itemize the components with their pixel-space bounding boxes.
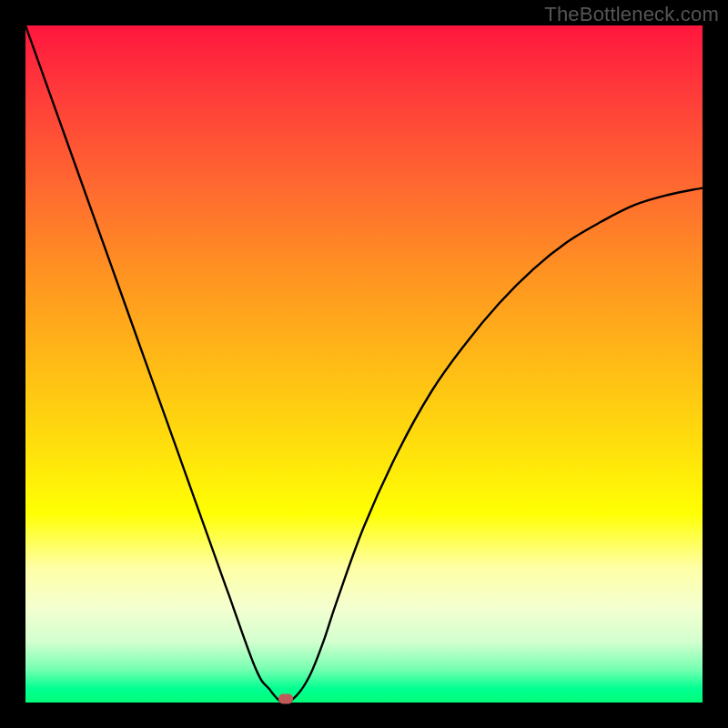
optimal-point-marker: [278, 694, 293, 704]
watermark-text: TheBottleneck.com: [544, 3, 719, 26]
chart-plot-area: [25, 25, 703, 703]
bottleneck-curve: [25, 25, 703, 703]
